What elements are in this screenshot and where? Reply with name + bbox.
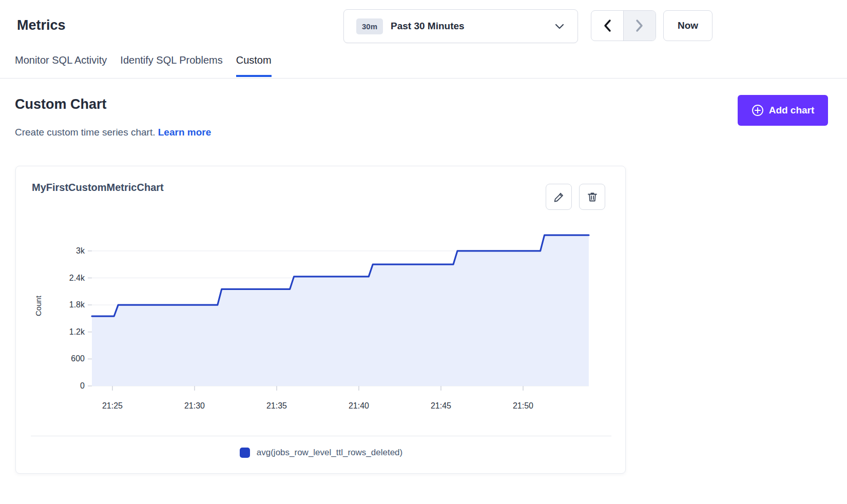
chart-svg (88, 218, 596, 395)
tab-monitor-sql-activity[interactable]: Monitor SQL Activity (15, 54, 107, 77)
trash-icon (586, 191, 599, 203)
prev-time-button[interactable] (591, 11, 624, 41)
chart-card: MyFirstCustomMetricChart Count 06001.2k1… (15, 166, 626, 474)
legend-label: avg(jobs_row_level_ttl_rows_deleted) (257, 448, 402, 458)
legend-swatch (240, 448, 250, 458)
add-chart-label: Add chart (769, 105, 815, 116)
chart-legend: avg(jobs_row_level_ttl_rows_deleted) (16, 448, 626, 458)
time-range-badge: 30m (356, 18, 383, 34)
learn-more-link[interactable]: Learn more (158, 127, 211, 138)
x-tick-label: 21:35 (256, 400, 297, 412)
y-tick-label: 1.8k (41, 299, 85, 311)
add-chart-button[interactable]: Add chart (738, 95, 828, 126)
y-tick-label: 600 (41, 353, 85, 364)
time-range-dropdown[interactable]: 30m Past 30 Minutes (343, 9, 578, 43)
edit-chart-button[interactable] (546, 184, 572, 210)
chevron-left-icon (603, 19, 611, 32)
time-step-buttons (591, 10, 656, 41)
chevron-right-icon (636, 19, 644, 32)
x-tick-label: 21:25 (92, 400, 133, 412)
x-tick-label: 21:30 (174, 400, 215, 412)
time-range-label: Past 30 Minutes (391, 21, 555, 32)
section-subtitle: Create custom time series chart. Learn m… (15, 127, 211, 138)
delete-chart-button[interactable] (579, 184, 605, 210)
pencil-icon (553, 191, 565, 203)
y-tick-label: 1.2k (41, 326, 85, 338)
x-tick-label: 21:40 (338, 400, 379, 412)
x-tick-label: 21:45 (420, 400, 461, 412)
y-tick-label: 0 (41, 380, 85, 392)
y-tick-label: 3k (41, 245, 85, 257)
legend-divider (31, 436, 611, 436)
tab-custom[interactable]: Custom (236, 54, 272, 77)
chevron-down-icon (555, 24, 564, 29)
x-tick-label: 21:50 (503, 400, 544, 412)
tab-identify-sql-problems[interactable]: Identify SQL Problems (120, 54, 222, 77)
tab-bar: Monitor SQL Activity Identify SQL Proble… (15, 54, 272, 77)
chart-title: MyFirstCustomMetricChart (32, 182, 164, 193)
next-time-button[interactable] (624, 11, 656, 41)
section-title: Custom Chart (15, 96, 107, 112)
plus-circle-icon (752, 104, 764, 117)
page-title: Metrics (17, 17, 66, 33)
now-button[interactable]: Now (663, 10, 713, 41)
tab-divider (0, 78, 847, 79)
y-tick-label: 2.4k (41, 273, 85, 284)
